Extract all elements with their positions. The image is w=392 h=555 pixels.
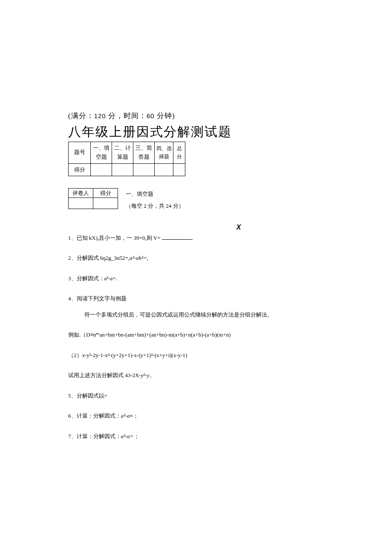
q4-try-a: 试用上述方法分解因式 43-2X- <box>68 372 141 378</box>
section-1-sub: （每空 2 分，共 24 分） <box>126 200 184 212</box>
question-2: 2、分解因式 6q2g_3α52=,a³-ab²=, <box>68 254 324 262</box>
grader-table: 评卷人 得分 <box>68 188 118 209</box>
question-4-try: 试用上述方法分解因式 43-2X-y²-y。 <box>68 371 324 380</box>
q3-b: ³-a=. <box>107 275 117 282</box>
question-4-ex1: 例如.（D≡nᵐan+bm+bn-(am+bm)+(an+bn)-m(a+b)+… <box>68 331 324 339</box>
time-min: 60 <box>147 112 155 119</box>
q6-b: a³-a≈ <box>121 413 133 419</box>
q6-c: ； <box>133 413 138 419</box>
q3-a: 3、分解因式：a <box>68 275 107 282</box>
score-cell-3 <box>133 163 155 176</box>
score-row-label: 得分 <box>69 163 91 176</box>
score-col-3: 三、简答题 <box>133 142 155 164</box>
question-7: 7、计算：分解因式：a³-a=； <box>68 432 324 441</box>
section-1-text: 一、填空题 （每空 2 分，共 24 分） <box>126 188 184 212</box>
question-4-body: 符一个多项式分组后，可提公因式或运用公式继续分解的方法是分组分解法。 <box>68 311 324 319</box>
exam-meta: (满分：120 分，时间：60 分钟) <box>68 111 324 121</box>
score-col-5: 总分 <box>173 142 185 164</box>
meta-mid: 分，时间： <box>106 112 147 120</box>
score-col-1: 一、填空题 <box>91 142 112 164</box>
score-table: 题号 一、填空题 二、计算题 三、简答题 四、选择题 总分 得分 <box>68 142 185 176</box>
score-cell-4 <box>155 163 173 176</box>
q7-c: ； <box>134 433 139 439</box>
grader-col-score: 得分 <box>93 189 118 198</box>
score-cell-5 <box>173 163 185 176</box>
q2-c: , <box>147 255 148 261</box>
q6-a: 6、计算：分解因式： <box>68 413 121 419</box>
grader-blank-2 <box>93 198 118 209</box>
q7-a: 7、计算：分解因式： <box>68 433 121 439</box>
score-cell-1 <box>91 163 112 176</box>
exam-title: 八年级上册因式分解测试题 <box>68 123 324 141</box>
question-5: 5、分解因式以= <box>68 392 324 400</box>
score-col-4: 四、选择题 <box>155 142 173 164</box>
meta-suffix: 分钟) <box>155 112 175 120</box>
section-1-heading: 一、填空题 <box>126 188 184 200</box>
grader-col-person: 评卷人 <box>69 189 93 198</box>
grader-blank-1 <box>69 198 93 209</box>
question-4: 4、阅读下列文字与例题 <box>68 294 324 303</box>
q2-a: 2、分解因式 6q2g_3α52=, <box>68 255 130 261</box>
score-cell-2 <box>112 163 133 176</box>
q4-try-b: y²-y <box>141 372 150 378</box>
full-score: 120 <box>94 112 106 119</box>
score-col-number: 题号 <box>69 142 91 164</box>
q2-b: a³-ab²= <box>130 255 147 261</box>
meta-prefix: (满分： <box>68 112 94 120</box>
x-mark: X <box>153 224 324 231</box>
q1-text: 1、已知 kX),且小一加，一 39=0,则 V= <box>68 235 161 241</box>
question-4-ex2: （2）x-y²-2y-1-x²-(y+2y+1)-x-(y+1)²-(x+y+i… <box>68 351 324 360</box>
question-6: 6、计算：分解因式：a³-a≈； <box>68 412 324 420</box>
question-1: 1、已知 kX),且小一加，一 39=0,则 V= . <box>68 234 324 242</box>
question-3: 3、分解因式：a³-a=. <box>68 274 324 283</box>
q7-b: a³-a= <box>121 433 134 439</box>
q1-blank <box>162 235 192 240</box>
score-col-2: 二、计算题 <box>112 142 133 164</box>
section-1-header: 评卷人 得分 一、填空题 （每空 2 分，共 24 分） <box>68 188 324 212</box>
q1-tail: . <box>192 235 193 241</box>
q4-try-c: 。 <box>150 372 155 378</box>
